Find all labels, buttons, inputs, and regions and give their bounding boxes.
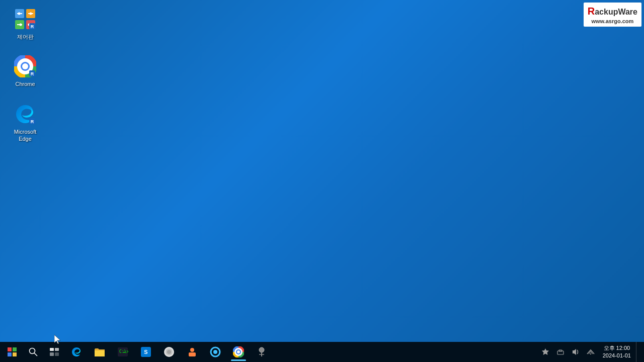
control-panel-icon[interactable]: R 제어판 <box>5 5 45 42</box>
svg-point-48 <box>259 347 264 352</box>
svg-text:R: R <box>31 24 34 29</box>
taskbar-app3[interactable] <box>204 342 226 362</box>
taskbar-terminal[interactable]: C:\> <box>112 342 134 362</box>
desktop: R 제어판 <box>0 0 644 342</box>
taskbar-app4[interactable] <box>251 342 273 362</box>
svg-point-16 <box>22 63 28 69</box>
svg-point-41 <box>190 348 194 352</box>
tray-icon-1[interactable] <box>538 342 552 362</box>
taskbar-store[interactable]: S <box>135 342 157 362</box>
start-button[interactable] <box>2 342 22 362</box>
edge-image: R <box>13 102 37 126</box>
task-view-button[interactable] <box>44 342 64 362</box>
clock-date: 2024-01-01 <box>603 352 631 359</box>
svg-rect-29 <box>50 352 54 356</box>
tray-icon-volume[interactable] <box>569 342 583 362</box>
svg-point-5 <box>18 13 21 15</box>
edge-icon[interactable]: R Microsoft Edge <box>5 100 45 145</box>
svg-text:R: R <box>31 71 34 76</box>
desktop-icons: R 제어판 <box>5 5 45 144</box>
watermark-title: RackupWare <box>588 5 637 18</box>
svg-rect-53 <box>590 353 591 354</box>
svg-rect-28 <box>55 348 59 351</box>
svg-rect-23 <box>8 352 12 356</box>
svg-point-47 <box>237 350 240 353</box>
taskbar: C:\> S <box>0 342 644 362</box>
taskbar-edge[interactable] <box>65 342 88 362</box>
taskbar-app2[interactable] <box>181 342 203 362</box>
chrome-image: R <box>13 54 37 78</box>
svg-text:C:\>: C:\> <box>119 349 128 354</box>
svg-rect-27 <box>50 348 54 351</box>
svg-rect-42 <box>189 352 196 356</box>
svg-text:S: S <box>144 349 147 355</box>
system-tray: 오후 12:00 2024-01-01 <box>538 342 642 362</box>
svg-point-7 <box>30 13 32 15</box>
svg-point-40 <box>167 350 171 354</box>
svg-point-9 <box>20 24 22 26</box>
system-clock[interactable]: 오후 12:00 2024-01-01 <box>599 344 635 360</box>
svg-point-25 <box>30 348 35 354</box>
taskbar-file-explorer[interactable] <box>89 342 111 362</box>
clock-time: 오후 12:00 <box>603 344 631 352</box>
chrome-label: Chrome <box>15 80 35 87</box>
watermark-url: www.asrgo.com <box>591 18 633 25</box>
taskbar-chrome[interactable] <box>227 342 250 362</box>
search-button[interactable] <box>23 342 43 362</box>
svg-rect-32 <box>95 350 105 356</box>
svg-rect-21 <box>8 347 12 351</box>
svg-rect-35 <box>123 352 125 353</box>
control-panel-image: R <box>13 7 37 31</box>
control-panel-label: 제어판 <box>17 33 34 40</box>
svg-point-44 <box>213 350 217 354</box>
svg-rect-24 <box>13 352 17 356</box>
show-desktop-button[interactable] <box>636 342 640 362</box>
watermark: RackupWare www.asrgo.com <box>584 3 641 27</box>
svg-rect-22 <box>13 347 17 351</box>
taskbar-app1[interactable] <box>158 342 180 362</box>
edge-label: Microsoft Edge <box>7 128 43 143</box>
svg-text:R: R <box>31 119 34 124</box>
svg-line-26 <box>34 353 37 356</box>
svg-rect-30 <box>55 352 59 356</box>
watermark-r: R <box>588 6 595 17</box>
tray-icon-2[interactable] <box>553 342 568 362</box>
watermark-rest: ackupWare <box>595 8 637 16</box>
tray-icon-network[interactable] <box>584 342 598 362</box>
chrome-icon[interactable]: R Chrome <box>5 52 45 89</box>
